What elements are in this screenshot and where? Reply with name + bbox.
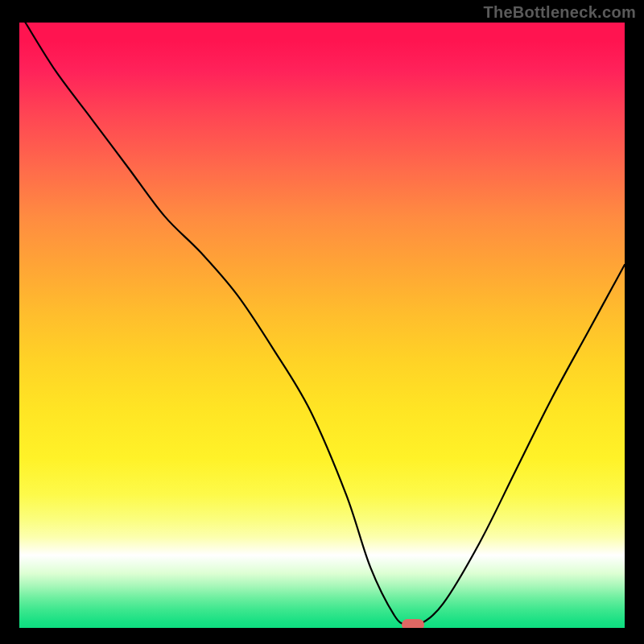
optimum-marker bbox=[402, 619, 424, 628]
chart-frame: TheBottleneck.com bbox=[0, 0, 644, 644]
watermark-text: TheBottleneck.com bbox=[483, 3, 636, 22]
plot-area bbox=[19, 23, 625, 628]
bottleneck-curve bbox=[19, 23, 625, 628]
